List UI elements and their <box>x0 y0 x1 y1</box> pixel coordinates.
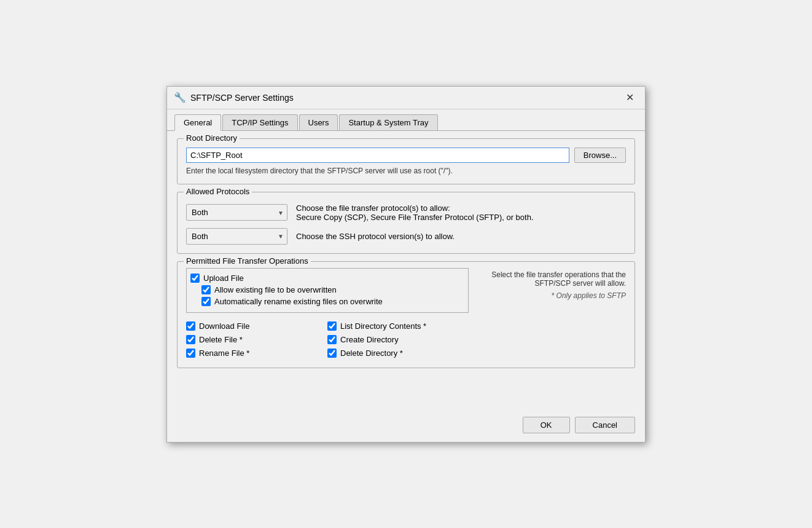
permitted-left: Upload File Allow existing file to be ov… <box>186 268 469 359</box>
allow-overwrite-checkbox[interactable] <box>201 285 211 294</box>
create-directory-label[interactable]: Create Directory <box>340 335 399 344</box>
ssh-protocol-row: Both SSH1 SSH2 ▼ Choose the SSH protocol… <box>186 228 626 245</box>
allowed-protocols-label: Allowed Protocols <box>184 187 252 196</box>
permitted-ops-group: Permitted File Transfer Operations Uploa… <box>177 261 635 368</box>
delete-directory-checkbox[interactable] <box>327 349 337 358</box>
auto-rename-checkbox[interactable] <box>201 297 211 306</box>
tab-bar: General TCP/IP Settings Users Startup & … <box>167 109 645 130</box>
root-dir-row: Browse... <box>186 148 626 163</box>
tab-users[interactable]: Users <box>299 114 338 130</box>
delete-directory-label[interactable]: Delete Directory * <box>340 349 403 358</box>
delete-file-label[interactable]: Delete File * <box>199 335 243 344</box>
dialog-footer: OK Cancel <box>167 411 645 442</box>
cancel-button[interactable]: Cancel <box>575 417 635 433</box>
sftp-note: * Only applies to SFTP <box>552 291 626 300</box>
download-file-label[interactable]: Download File <box>199 321 249 331</box>
rename-file-checkbox[interactable] <box>186 349 195 358</box>
ssh-desc: Choose the SSH protocol version(s) to al… <box>296 232 455 241</box>
upload-file-label[interactable]: Upload File <box>203 274 244 283</box>
auto-rename-label[interactable]: Automatically rename existing files on o… <box>214 297 383 306</box>
sftp-note-row: * Only applies to SFTP <box>469 291 626 300</box>
title-bar: 🔧 SFTP/SCP Server Settings ✕ <box>167 87 645 109</box>
rename-file-label[interactable]: Rename File * <box>199 349 249 358</box>
tab-general[interactable]: General <box>174 114 221 131</box>
upload-file-box: Upload File Allow existing file to be ov… <box>186 268 469 313</box>
list-directory-row: List Directory Contents * <box>327 320 469 332</box>
root-dir-input[interactable] <box>186 148 569 163</box>
ssh-dropdown[interactable]: Both SSH1 SSH2 <box>186 228 287 245</box>
tab-startup[interactable]: Startup & System Tray <box>339 114 437 130</box>
create-directory-row: Create Directory <box>327 334 469 345</box>
delete-file-row: Delete File * <box>186 334 327 345</box>
delete-directory-row: Delete Directory * <box>327 347 469 359</box>
allowed-protocols-group: Allowed Protocols Both SCP SFTP ▼ Choose… <box>177 192 635 254</box>
create-directory-checkbox[interactable] <box>327 335 337 344</box>
root-directory-label: Root Directory <box>184 133 240 143</box>
wrench-icon: 🔧 <box>174 92 185 103</box>
browse-button[interactable]: Browse... <box>574 148 626 163</box>
permitted-cols: Download File List Directory Contents * … <box>186 320 469 359</box>
list-directory-label[interactable]: List Directory Contents * <box>340 321 426 331</box>
protocol-dropdown-wrapper: Both SCP SFTP ▼ <box>186 204 287 221</box>
upload-file-row: Upload File <box>190 272 462 284</box>
upload-file-checkbox[interactable] <box>190 274 200 283</box>
dialog-body: Root Directory Browse... Enter the local… <box>167 130 645 411</box>
permitted-desc: Select the file transfer operations that… <box>469 270 626 288</box>
permitted-wrap: Upload File Allow existing file to be ov… <box>186 268 626 359</box>
delete-file-checkbox[interactable] <box>186 335 195 344</box>
tab-tcpip[interactable]: TCP/IP Settings <box>222 114 297 130</box>
ok-button[interactable]: OK <box>523 417 570 433</box>
permitted-ops-label: Permitted File Transfer Operations <box>184 256 311 266</box>
auto-rename-row: Automatically rename existing files on o… <box>201 296 462 307</box>
download-file-checkbox[interactable] <box>186 321 195 331</box>
permitted-right: Select the file transfer operations that… <box>469 268 626 359</box>
close-button[interactable]: ✕ <box>622 92 638 104</box>
rename-file-row: Rename File * <box>186 347 327 359</box>
download-file-row: Download File <box>186 320 327 332</box>
allow-overwrite-label[interactable]: Allow existing file to be overwritten <box>214 285 337 294</box>
list-directory-checkbox[interactable] <box>327 321 337 331</box>
protocol-desc: Choose the file transfer protocol(s) to … <box>296 203 534 222</box>
root-dir-hint: Enter the local filesystem directory tha… <box>186 167 626 175</box>
title-bar-left: 🔧 SFTP/SCP Server Settings <box>174 92 294 103</box>
dialog-title: SFTP/SCP Server Settings <box>190 93 294 103</box>
protocol-dropdown[interactable]: Both SCP SFTP <box>186 204 287 221</box>
sftp-dialog: 🔧 SFTP/SCP Server Settings ✕ General TCP… <box>166 86 646 443</box>
allow-overwrite-row: Allow existing file to be overwritten <box>201 284 462 296</box>
root-directory-group: Root Directory Browse... Enter the local… <box>177 138 635 184</box>
ssh-dropdown-wrapper: Both SSH1 SSH2 ▼ <box>186 228 287 245</box>
file-transfer-protocol-row: Both SCP SFTP ▼ Choose the file transfer… <box>186 203 626 222</box>
